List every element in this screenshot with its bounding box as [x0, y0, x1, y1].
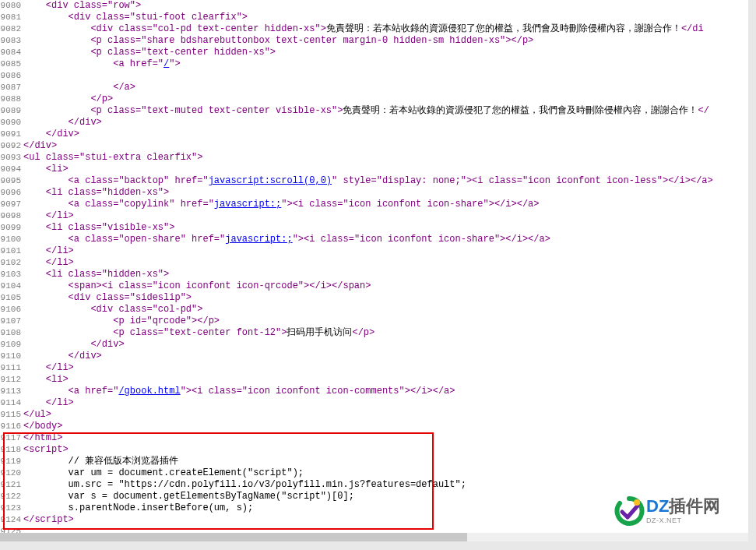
line-number: 9104 — [0, 280, 21, 292]
code-line[interactable]: <div class="stui-foot clearfix"> — [23, 12, 748, 23]
code-line[interactable]: </div> — [23, 339, 748, 351]
code-line[interactable]: <a class="open-share" href="javascript:;… — [23, 234, 748, 245]
line-number-gutter: 9080908190829083908490859086908790889089… — [0, 0, 23, 541]
code-line[interactable]: <script> — [23, 444, 748, 456]
code-line[interactable]: <ul class="stui-extra clearfix"> — [23, 152, 748, 164]
line-number: 9122 — [0, 491, 21, 502]
line-number: 9106 — [0, 304, 21, 316]
code-line[interactable]: </a> — [23, 82, 748, 93]
code-line[interactable]: </div> — [23, 351, 748, 362]
line-number: 9102 — [0, 257, 21, 269]
line-number: 9108 — [0, 327, 21, 339]
code-line[interactable]: </div> — [23, 117, 748, 129]
line-number: 9092 — [0, 140, 21, 152]
code-line[interactable]: <li> — [23, 164, 748, 175]
line-number: 9117 — [0, 432, 21, 444]
code-line[interactable]: <p class="share bdsharebuttonbox text-ce… — [23, 35, 748, 47]
code-line[interactable]: um.src = "https://cdn.polyfill.io/v3/pol… — [23, 479, 748, 491]
line-number: 9094 — [0, 164, 21, 175]
line-number: 9082 — [0, 23, 21, 35]
line-number: 9103 — [0, 269, 21, 280]
line-number: 9113 — [0, 386, 21, 397]
line-number: 9095 — [0, 175, 21, 187]
watermark-title: DZ插件网 — [646, 497, 720, 516]
code-line[interactable]: <a class="copylink" href="javascript:;">… — [23, 199, 748, 210]
horizontal-scrollbar[interactable] — [0, 533, 748, 541]
line-number: 9099 — [0, 222, 21, 234]
line-number: 9109 — [0, 339, 21, 351]
code-line[interactable]: <p class="text-muted text-center visible… — [23, 105, 748, 117]
code-line[interactable]: <li class="hidden-xs"> — [23, 187, 748, 199]
code-line[interactable] — [23, 70, 748, 82]
line-number: 9119 — [0, 456, 21, 467]
code-line[interactable]: </html> — [23, 432, 748, 444]
line-number: 9096 — [0, 187, 21, 199]
line-number: 9107 — [0, 316, 21, 327]
svg-point-0 — [634, 499, 640, 506]
line-number: 9089 — [0, 105, 21, 117]
code-line[interactable]: <li> — [23, 374, 748, 386]
line-number: 9114 — [0, 397, 21, 409]
line-number: 9121 — [0, 479, 21, 491]
code-line[interactable]: <span><i class="icon iconfont icon-qrcod… — [23, 280, 748, 292]
code-line[interactable]: <a href="/gbook.html"><i class="icon ico… — [23, 386, 748, 397]
code-line[interactable]: </div> — [23, 140, 748, 152]
line-number: 9111 — [0, 362, 21, 374]
code-line[interactable]: <div class="col-pd"> — [23, 304, 748, 316]
code-line[interactable]: </p> — [23, 93, 748, 105]
code-line[interactable]: <div class="col-pd text-center hidden-xs… — [23, 23, 748, 35]
code-line[interactable]: <li class="hidden-xs"> — [23, 269, 748, 280]
line-number: 9084 — [0, 47, 21, 58]
code-line[interactable]: </li> — [23, 397, 748, 409]
code-line[interactable]: <p class="text-center font-12">扫码用手机访问</… — [23, 327, 748, 339]
line-number: 9120 — [0, 467, 21, 479]
code-content[interactable]: <div class="row"> <div class="stui-foot … — [23, 0, 748, 541]
code-line[interactable]: // 兼容低版本浏览器插件 — [23, 456, 748, 467]
code-line[interactable]: <p id="qrcode"></p> — [23, 316, 748, 327]
watermark-subtitle: DZ-X.NET — [646, 517, 720, 524]
line-number: 9080 — [0, 0, 21, 12]
line-number: 9087 — [0, 82, 21, 93]
line-number: 9115 — [0, 409, 21, 421]
line-number: 9098 — [0, 210, 21, 222]
line-number: 9123 — [0, 502, 21, 514]
line-number: 9086 — [0, 70, 21, 82]
code-line[interactable]: <div class="sideslip"> — [23, 292, 748, 304]
code-line[interactable]: </div> — [23, 129, 748, 140]
watermark-icon — [614, 495, 645, 527]
code-line[interactable]: </body> — [23, 421, 748, 432]
line-number: 9093 — [0, 152, 21, 164]
line-number: 9085 — [0, 58, 21, 70]
code-line[interactable]: <li class="visible-xs"> — [23, 222, 748, 234]
line-number: 9110 — [0, 351, 21, 362]
code-line[interactable]: var um = document.createElement("script"… — [23, 467, 748, 479]
code-line[interactable]: </li> — [23, 245, 748, 257]
line-number: 9088 — [0, 93, 21, 105]
line-number: 9097 — [0, 199, 21, 210]
code-line[interactable]: <div class="row"> — [23, 0, 748, 12]
line-number: 9091 — [0, 129, 21, 140]
line-number: 9101 — [0, 245, 21, 257]
line-number: 9081 — [0, 12, 21, 23]
code-line[interactable]: <a class="backtop" href="javascript:scro… — [23, 175, 748, 187]
line-number: 9105 — [0, 292, 21, 304]
horizontal-scrollbar-thumb[interactable] — [0, 533, 467, 541]
line-number: 9100 — [0, 234, 21, 245]
code-editor[interactable]: 9080908190829083908490859086908790889089… — [0, 0, 748, 541]
code-line[interactable]: </li> — [23, 257, 748, 269]
line-number: 9112 — [0, 374, 21, 386]
code-line[interactable]: </ul> — [23, 409, 748, 421]
line-number: 9090 — [0, 117, 21, 129]
code-line[interactable]: <a href="/"> — [23, 58, 748, 70]
watermark-logo: DZ插件网 DZ-X.NET — [614, 495, 750, 531]
code-line[interactable]: </li> — [23, 210, 748, 222]
line-number: 9124 — [0, 514, 21, 526]
line-number: 9083 — [0, 35, 21, 47]
line-number: 9118 — [0, 444, 21, 456]
code-line[interactable]: <p class="text-center hidden-xs"> — [23, 47, 748, 58]
line-number: 9116 — [0, 421, 21, 432]
code-line[interactable]: </li> — [23, 362, 748, 374]
